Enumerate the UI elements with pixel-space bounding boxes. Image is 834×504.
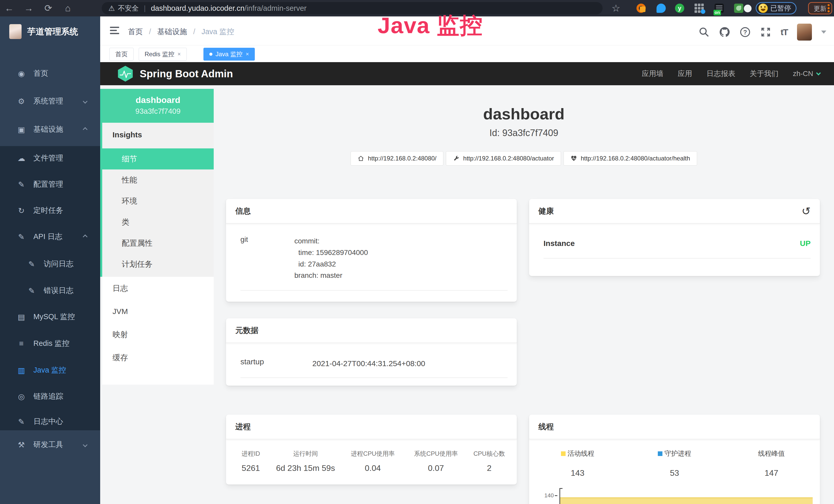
breadcrumb: 首页 / 基础设施 / Java 监控 [128, 27, 234, 37]
home-icon [357, 155, 364, 162]
chevron-down-icon [83, 99, 87, 104]
app-title: 芋道管理系统 [27, 26, 78, 38]
sba-item-logs[interactable]: 日志 [102, 277, 214, 300]
breadcrumb-infra[interactable]: 基础设施 [157, 27, 187, 36]
sba-instance-header[interactable]: dashboard 93a3fc7f7409 [102, 89, 214, 123]
threads-values: 143 53 147 [529, 463, 820, 478]
process-col-uptime: 运行时间 [270, 450, 341, 458]
font-size-icon[interactable]: tT [781, 27, 788, 37]
sba-item-config-props[interactable]: 配置属性 [102, 233, 214, 254]
sba-item-metrics[interactable]: 性能 [102, 169, 214, 190]
actuator-url-button[interactable]: http://192.168.0.2:48080/actuator [446, 151, 561, 166]
legend-peak-threads: 线程峰值 [723, 449, 820, 458]
sidebar-item-system[interactable]: ⚙ 系统管理 [0, 88, 100, 115]
breadcrumb-home[interactable]: 首页 [128, 27, 143, 36]
instance-name: dashboard [102, 95, 214, 105]
history-icon[interactable]: ↺ [802, 205, 811, 217]
extension-orange-icon[interactable] [636, 4, 646, 13]
extension-y-icon[interactable]: y [675, 4, 684, 13]
sidebar-item-mysql-monitor[interactable]: ▤ MySQL 监控 [0, 303, 100, 330]
threads-card-header: 线程 [529, 415, 820, 439]
tab-home[interactable]: 首页 [109, 48, 134, 61]
metadata-card-header: 元数据 [226, 318, 517, 343]
metadata-key: startup [240, 358, 312, 370]
extensions-puzzle-icon[interactable] [744, 5, 751, 12]
user-avatar[interactable] [797, 24, 812, 41]
fullscreen-icon[interactable] [760, 26, 771, 38]
page-title: dashboard [214, 105, 834, 123]
sidebar-item-tracing[interactable]: ◎ 链路追踪 [0, 383, 100, 410]
sidebar-item-redis-monitor[interactable]: ≡ Redis 监控 [0, 330, 100, 357]
sba-item-classes[interactable]: 类 [102, 211, 214, 233]
sidebar-item-home[interactable]: ◉ 首页 [0, 60, 100, 87]
health-url-button[interactable]: http://192.168.0.2:48080/actuator/health [564, 151, 697, 166]
threads-chart: 140 120 100 [529, 487, 820, 504]
sba-insights-group: Insights 细节 性能 环境 类 配置属性 计划任务 [102, 123, 214, 277]
sba-nav-journal[interactable]: 日志报表 [707, 69, 736, 78]
sba-item-details[interactable]: 细节 [102, 148, 214, 169]
sidebar-item-java-monitor[interactable]: ▥ Java 监控 [0, 357, 100, 384]
address-bar[interactable]: ⚠ 不安全 | dashboard.yudao.iocoder.cn /infr… [102, 2, 602, 15]
paused-label: 已暂停 [770, 4, 791, 13]
sba-item-jvm[interactable]: JVM [102, 300, 214, 323]
app-logo-row[interactable]: 芋道管理系统 [0, 17, 100, 41]
search-icon[interactable] [698, 26, 710, 38]
process-card-header: 进程 [226, 415, 517, 439]
extension-leaf-icon[interactable] [734, 4, 743, 13]
sba-item-caches[interactable]: 缓存 [102, 346, 214, 369]
extension-pin-icon[interactable] [657, 4, 666, 13]
sidebar-item-config-mgmt[interactable]: ✎ 配置管理 [0, 171, 100, 198]
bookmark-star-icon[interactable]: ☆ [608, 0, 623, 17]
sba-locale-select[interactable]: zh-CN [793, 70, 820, 78]
sba-sidebar-accent [100, 89, 102, 277]
active-dot-icon [209, 53, 213, 56]
info-value: commit: time: 1596289704000 id: 27aa832 … [294, 235, 368, 281]
home-icon[interactable]: ⌂ [60, 0, 75, 17]
sidebar-item-api-logs[interactable]: ✎ API 日志 [0, 223, 100, 250]
sba-item-mappings[interactable]: 映射 [102, 323, 214, 346]
back-icon[interactable]: ← [2, 0, 17, 17]
sidebar-item-access-logs[interactable]: ✎ 访问日志 [0, 251, 100, 277]
profile-paused-chip[interactable]: 已暂停 [756, 2, 796, 15]
sba-nav-wallboard[interactable]: 应用墙 [642, 69, 663, 78]
tab-java-monitor[interactable]: Java 监控 × [203, 48, 255, 61]
avatar-caret-icon[interactable] [821, 30, 826, 33]
sidebar-item-error-logs[interactable]: ✎ 错误日志 [0, 277, 100, 304]
reload-icon[interactable]: ⟳ [41, 0, 56, 17]
sba-item-scheduled-tasks[interactable]: 计划任务 [102, 254, 214, 275]
sba-nav-about[interactable]: 关于我们 [750, 69, 778, 78]
github-icon[interactable] [719, 26, 730, 38]
forward-icon[interactable]: → [21, 0, 37, 17]
sba-brand[interactable]: Spring Boot Admin [117, 66, 233, 82]
help-icon[interactable]: ? [740, 26, 751, 38]
extension-list-icon[interactable]: on [715, 4, 724, 13]
pencil-square-icon: ✎ [17, 417, 26, 426]
close-icon[interactable]: × [245, 51, 249, 58]
cloud-upload-icon: ☁ [17, 154, 26, 163]
live-threads-area [560, 497, 813, 504]
metadata-startup-row: startup 2021-04-27T00:44:31.254+08:00 [240, 358, 507, 378]
eye-icon: ◎ [17, 392, 26, 401]
loop-icon: ↻ [17, 206, 26, 215]
sidebar-item-file-mgmt[interactable]: ☁ 文件管理 [0, 145, 100, 171]
tab-redis-monitor[interactable]: Redis 监控 × [139, 48, 187, 61]
sidebar-item-scheduled-jobs[interactable]: ↻ 定时任务 [0, 197, 100, 224]
live-threads-value: 143 [529, 468, 626, 478]
sba-item-environment[interactable]: 环境 [102, 190, 214, 211]
threads-legend: 活动线程 守护进程 线程峰值 [529, 449, 820, 458]
sba-body: dashboard 93a3fc7f7409 Insights 细节 性能 环境… [100, 85, 834, 504]
close-icon[interactable]: × [177, 51, 181, 58]
hamburger-icon[interactable] [110, 27, 119, 35]
peak-threads-value: 147 [723, 468, 820, 478]
sidebar-item-infra[interactable]: ▣ 基础设施 [0, 116, 100, 143]
sba-nav-applications[interactable]: 应用 [678, 69, 692, 78]
sidebar-item-log-center[interactable]: ✎ 日志中心 [0, 408, 100, 435]
monitor-screen-icon: ▥ [17, 366, 26, 375]
service-url-button[interactable]: http://192.168.0.2:48080/ [351, 151, 443, 166]
browser-menu-icon[interactable] [828, 4, 830, 13]
pencil-square-icon: ✎ [17, 232, 26, 241]
extension-grid-icon[interactable] [695, 4, 704, 13]
instance-id: 93a3fc7f7409 [102, 107, 214, 116]
sba-header: Spring Boot Admin 应用墙 应用 日志报表 关于我们 zh-CN [100, 62, 834, 85]
sidebar-item-dev-tools[interactable]: ⚒ 研发工具 [0, 431, 100, 458]
